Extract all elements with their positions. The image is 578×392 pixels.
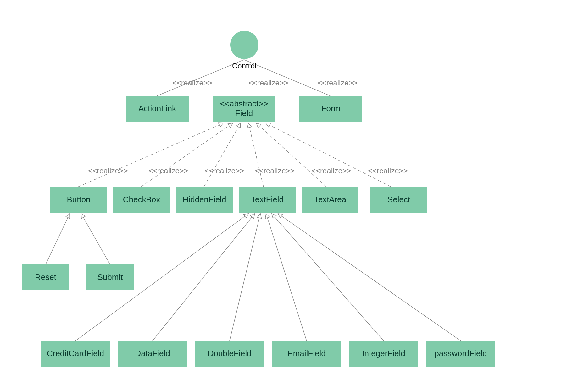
svg-line-5 <box>204 123 241 187</box>
svg-line-13 <box>230 214 260 341</box>
svg-line-2 <box>244 60 330 96</box>
form-node: Form <box>299 96 362 122</box>
svg-line-10 <box>81 214 110 264</box>
submit-node: Submit <box>86 264 134 290</box>
svg-line-3 <box>78 123 223 187</box>
checkbox-node: CheckBox <box>113 187 170 213</box>
integerfield-node: IntegerField <box>349 341 418 367</box>
field-stereo-text: <<abstract>> <box>220 99 268 109</box>
integerfield-text: IntegerField <box>362 349 405 358</box>
realize-label-5: <<realize>> <box>148 166 188 175</box>
creditcard-text: CreditCardField <box>47 349 104 358</box>
textarea-node: TextArea <box>302 187 358 213</box>
doublefield-text: DoubleField <box>208 349 252 358</box>
realize-label-9: <<realize>> <box>368 166 408 175</box>
actionlink-node: ActionLink <box>126 96 189 122</box>
datafield-text: DataField <box>135 349 170 358</box>
form-text: Form <box>321 104 341 113</box>
realize-label-2: <<realize>> <box>248 79 288 87</box>
passwordfield-text: passwordField <box>434 349 487 358</box>
field-node: <<abstract>> Field <box>213 96 275 122</box>
realize-label-4: <<realize>> <box>88 166 128 175</box>
actionlink-text: ActionLink <box>138 104 176 113</box>
select-node: Select <box>370 187 427 213</box>
svg-line-4 <box>141 123 233 187</box>
realize-label-8: <<realize>> <box>311 166 351 175</box>
textarea-text: TextArea <box>314 195 347 204</box>
svg-line-6 <box>248 123 264 187</box>
button-text: Button <box>67 195 90 204</box>
svg-line-0 <box>157 60 244 96</box>
svg-line-7 <box>256 123 326 187</box>
control-node <box>230 31 258 59</box>
submit-text: Submit <box>97 273 123 282</box>
emailfield-node: EmailField <box>272 341 341 367</box>
textfield-node: TextField <box>239 187 296 213</box>
svg-line-12 <box>153 214 255 341</box>
control-label: Control <box>232 62 256 70</box>
svg-line-16 <box>278 214 461 341</box>
field-name-text: Field <box>235 109 253 118</box>
textfield-text: TextField <box>251 195 284 204</box>
reset-node: Reset <box>22 264 69 290</box>
hiddenfield-text: HiddenField <box>183 195 226 204</box>
svg-line-9 <box>46 214 70 264</box>
datafield-node: DataField <box>118 341 187 367</box>
realize-label-6: <<realize>> <box>204 166 244 175</box>
reset-text: Reset <box>35 273 56 282</box>
emailfield-text: EmailField <box>287 349 325 358</box>
creditcard-node: CreditCardField <box>41 341 110 367</box>
hiddenfield-node: HiddenField <box>176 187 233 213</box>
svg-line-14 <box>266 214 307 341</box>
svg-line-8 <box>266 123 391 187</box>
passwordfield-node: passwordField <box>426 341 495 367</box>
svg-line-15 <box>272 214 384 341</box>
doublefield-node: DoubleField <box>195 341 264 367</box>
realize-label-7: <<realize>> <box>255 166 295 175</box>
checkbox-text: CheckBox <box>123 195 160 204</box>
realize-label-3: <<realize>> <box>318 79 358 87</box>
realize-label-1: <<realize>> <box>172 79 212 87</box>
select-text: Select <box>387 195 410 204</box>
button-node: Button <box>50 187 107 213</box>
